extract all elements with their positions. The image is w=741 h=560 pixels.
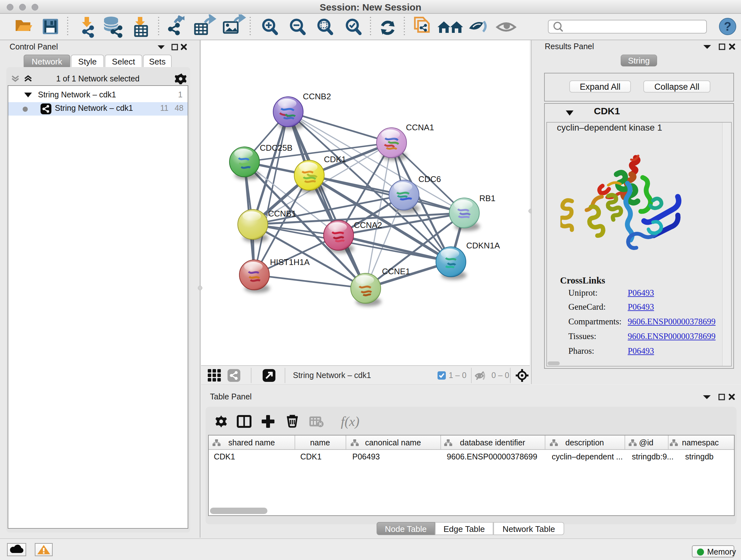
svg-text:CCNB2: CCNB2 [303, 91, 331, 101]
svg-text:f(x): f(x) [341, 414, 359, 429]
svg-text:CDC6: CDC6 [418, 174, 441, 184]
svg-text:HIST1H1A: HIST1H1A [270, 257, 310, 267]
svg-text:CDK1: CDK1 [324, 154, 346, 164]
svg-text:CCNA1: CCNA1 [406, 123, 434, 132]
svg-text:RB1: RB1 [479, 193, 495, 203]
svg-text:CCNE1: CCNE1 [382, 266, 410, 276]
svg-text:CDKN1A: CDKN1A [466, 241, 500, 250]
svg-text:CCNB1: CCNB1 [268, 209, 296, 219]
svg-text:CCNA2: CCNA2 [354, 220, 382, 230]
svg-text:?: ? [724, 20, 731, 33]
svg-text:CDC25B: CDC25B [260, 143, 293, 152]
